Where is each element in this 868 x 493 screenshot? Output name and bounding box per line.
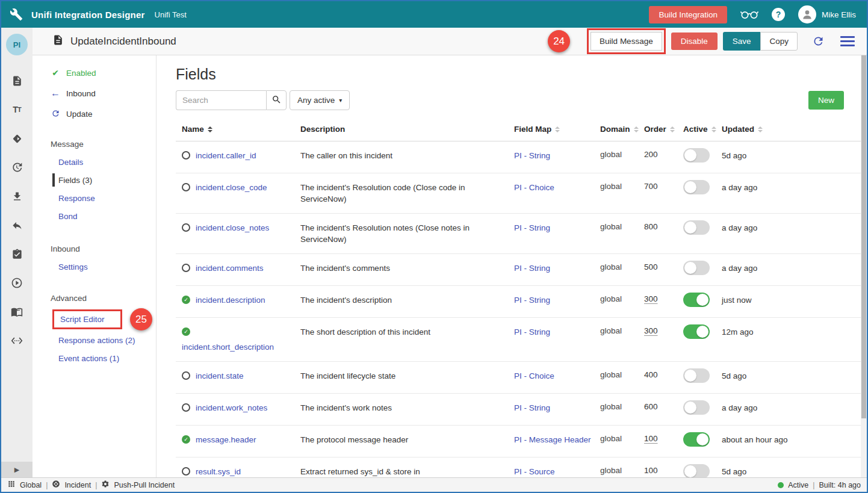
build-integration-button[interactable]: Build Integration (649, 6, 727, 23)
history-icon[interactable] (11, 161, 23, 173)
field-map-link[interactable]: PI - String (514, 403, 550, 412)
code-icon[interactable] (11, 335, 23, 347)
nav-item-update[interactable]: Update (33, 104, 156, 124)
column-header-name[interactable]: Name (176, 125, 300, 134)
column-header-updated[interactable]: Updated (722, 125, 861, 134)
nav-item-inbound[interactable]: ← Inbound (33, 83, 156, 104)
field-description: The protocol message header (300, 434, 514, 445)
nav-item-enabled[interactable]: ✔ Enabled (33, 63, 156, 83)
field-name-link[interactable]: incident.description (196, 294, 265, 306)
field-updated: a day ago (722, 262, 800, 274)
column-header-description[interactable]: Description (300, 125, 514, 134)
field-name-link[interactable]: incident.close_notes (196, 222, 269, 234)
save-button[interactable]: Save (723, 32, 761, 51)
app-window: Unifi Integration Designer Unifi Test Bu… (0, 0, 868, 493)
nav-item-bond[interactable]: Bond (33, 207, 156, 225)
nav-item-response-actions[interactable]: Response actions (2) (33, 331, 156, 349)
field-map-link[interactable]: PI - Choice (514, 371, 554, 380)
statusbar-process[interactable]: Push-Pull Incident (114, 481, 175, 489)
menu-icon[interactable] (840, 36, 855, 46)
active-toggle[interactable] (683, 148, 710, 163)
nav-item-settings[interactable]: Settings (33, 258, 156, 276)
tasks-icon[interactable] (11, 248, 23, 260)
field-map-link[interactable]: PI - String (514, 151, 550, 160)
field-updated: a day ago (722, 222, 800, 234)
app-title: Unifi Integration Designer (31, 10, 145, 20)
active-toggle[interactable] (683, 400, 710, 415)
active-toggle[interactable] (683, 180, 710, 194)
reply-icon[interactable] (11, 219, 23, 231)
field-name-link[interactable]: incident.caller_id (196, 150, 256, 161)
field-description: The incident's Resolution code (Close co… (300, 182, 514, 205)
field-order: 300 (644, 326, 683, 335)
scrollbar-thumb[interactable] (861, 55, 866, 418)
build-message-button[interactable]: Build Message (591, 32, 662, 51)
active-toggle[interactable] (683, 432, 710, 447)
field-updated: 5d ago (722, 466, 800, 477)
grid-icon (7, 480, 16, 490)
active-toggle[interactable] (683, 293, 710, 307)
field-name-link[interactable]: incident.work_notes (196, 402, 267, 414)
field-map-link[interactable]: PI - String (514, 296, 550, 305)
field-map-link[interactable]: PI - Choice (514, 183, 554, 192)
field-map-link[interactable]: PI - Source Reference (514, 467, 555, 477)
process-avatar[interactable]: PI (6, 34, 28, 55)
field-description: Extract returned sys_id & store in stage… (300, 466, 514, 477)
statusbar-scope[interactable]: Global (20, 481, 42, 489)
field-name-link[interactable]: incident.close_code (196, 182, 267, 193)
field-name-link[interactable]: incident.comments (196, 262, 264, 274)
download-icon[interactable] (11, 190, 23, 202)
field-name-link[interactable]: result.sys_id (196, 466, 241, 477)
field-updated: a day ago (722, 182, 800, 193)
field-order: 700 (644, 182, 683, 191)
nav-item-fields[interactable]: Fields (3) (33, 171, 156, 189)
column-header-active[interactable]: Active (683, 125, 722, 134)
text-fields-icon[interactable]: TT (11, 104, 23, 116)
field-map-link[interactable]: PI - String (514, 223, 550, 232)
statusbar-status: Active (788, 481, 808, 489)
rail-expand-button[interactable]: ▶ (1, 462, 33, 477)
active-toggle[interactable] (683, 220, 710, 235)
active-toggle[interactable] (683, 324, 710, 339)
active-toggle[interactable] (683, 368, 710, 383)
documentation-icon[interactable] (11, 306, 23, 318)
document-icon (52, 34, 64, 48)
field-map-link[interactable]: PI - Message Header (514, 435, 591, 444)
refresh-icon[interactable] (812, 35, 825, 48)
statusbar-record[interactable]: Incident (64, 481, 91, 489)
active-toggle[interactable] (683, 261, 710, 275)
field-updated: a day ago (722, 402, 800, 414)
nav-item-details[interactable]: Details (33, 153, 156, 171)
document-nav-icon[interactable] (11, 75, 23, 87)
search-input[interactable] (176, 90, 266, 110)
active-filter-dropdown[interactable]: Any active ▾ (290, 90, 350, 110)
user-menu[interactable]: Mike Ellis (798, 5, 856, 23)
field-order: 100 (644, 434, 683, 443)
new-field-button[interactable]: New (808, 91, 844, 110)
search-button[interactable] (266, 90, 287, 110)
copy-button[interactable]: Copy (760, 32, 798, 51)
field-map-link[interactable]: PI - String (514, 327, 550, 336)
nav-item-script-editor[interactable]: Script Editor (60, 315, 105, 324)
nav-item-response[interactable]: Response (33, 189, 156, 207)
field-map-link[interactable]: PI - String (514, 264, 550, 273)
field-name-link[interactable]: incident.state (196, 370, 244, 382)
table-row: incident.work_notes The incident's work … (176, 394, 861, 426)
help-icon[interactable]: ? (772, 8, 785, 21)
field-name-link[interactable]: incident.short_description (182, 341, 274, 353)
field-domain: global (600, 402, 644, 411)
send-message-icon[interactable] (11, 132, 23, 144)
run-icon[interactable] (11, 277, 23, 289)
column-header-order[interactable]: Order (644, 125, 683, 134)
table-row: incident.close_code The incident's Resol… (176, 173, 861, 214)
active-toggle[interactable] (683, 464, 710, 477)
preview-glasses-icon[interactable] (740, 10, 758, 19)
disable-button[interactable]: Disable (671, 33, 718, 50)
nav-item-event-actions[interactable]: Event actions (1) (33, 349, 156, 367)
main-content: Fields Any active ▾ New Name (157, 55, 861, 477)
column-header-field-map[interactable]: Field Map (514, 125, 600, 134)
icon-rail: PI TT (1, 28, 33, 477)
field-name-link[interactable]: message.header (196, 434, 256, 445)
column-header-domain[interactable]: Domain (600, 125, 644, 134)
table-row: incident.state The incident lifecycle st… (176, 362, 861, 394)
